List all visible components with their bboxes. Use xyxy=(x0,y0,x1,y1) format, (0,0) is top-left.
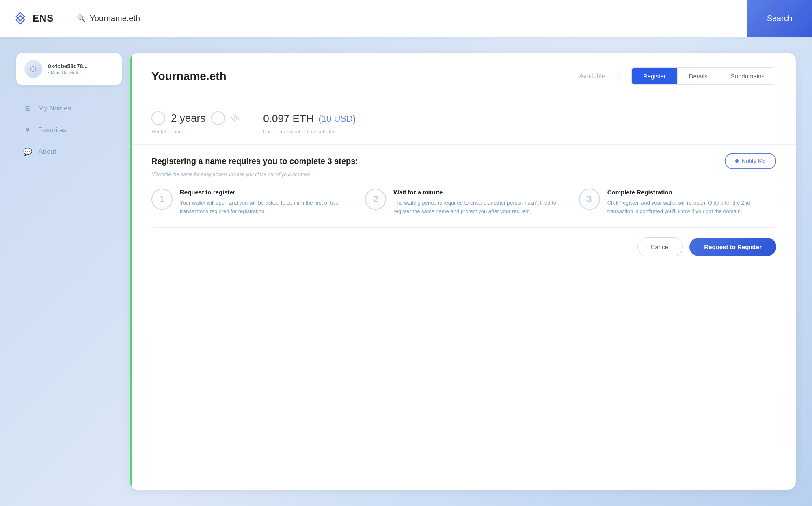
step-number-1: 1 xyxy=(151,189,173,210)
rental-control: − 2 years + ⛓ Rental period xyxy=(151,111,239,135)
step-item-1: 1 Request to register Your wallet will o… xyxy=(151,189,349,216)
notify-me-button[interactable]: Notify Me xyxy=(725,153,776,169)
content-area: Yourname.eth Available ♡ Register Detail… xyxy=(130,53,796,490)
search-button[interactable]: Search xyxy=(747,0,812,37)
my-names-icon: ⊞ xyxy=(23,104,32,113)
step-desc-3: Click 'register' and your wallet will re… xyxy=(607,199,776,216)
step-number-2: 2 xyxy=(365,189,386,210)
tab-subdomains[interactable]: Subdomains xyxy=(719,68,776,84)
link-icon: ⛓ xyxy=(229,112,241,124)
rental-label: Rental period xyxy=(151,129,239,135)
sidebar-item-label-my-names: My Names xyxy=(38,104,71,112)
sidebar-nav: ⊞ My Names ♥ Favorites 💬 About xyxy=(16,98,122,162)
step-title-1: Request to register xyxy=(180,189,349,196)
sidebar-item-label-about: About xyxy=(38,148,56,156)
domain-name: Yourname.eth xyxy=(151,70,571,83)
wallet-network: Main Network xyxy=(48,70,114,75)
tab-buttons: Register Details Subdomains xyxy=(631,67,776,85)
step-content-1: Request to register Your wallet will ope… xyxy=(180,189,349,216)
steps-header: Registering a name requires you to compl… xyxy=(151,153,776,169)
step-content-2: Wait for a minute The waiting period is … xyxy=(393,189,562,216)
sidebar-item-favorites[interactable]: ♥ Favorites xyxy=(16,120,122,140)
request-to-register-button[interactable]: Request to Register xyxy=(689,238,776,256)
steps-grid: 1 Request to register Your wallet will o… xyxy=(151,189,776,216)
wallet-avatar-icon: ⬡ xyxy=(24,60,42,78)
wallet-info: 0x4cbe58c78... Main Network xyxy=(48,63,114,75)
availability-badge: Available xyxy=(579,73,605,80)
step-item-2: 2 Wait for a minute The waiting period i… xyxy=(365,189,562,216)
price-control: 0.097 ETH (10 USD) Price per amount of t… xyxy=(263,112,356,135)
header-divider xyxy=(67,10,67,26)
sidebar-item-label-favorites: Favorites xyxy=(38,126,67,134)
notify-dot-icon xyxy=(735,159,739,163)
step-desc-1: Your wallet will open and you will be as… xyxy=(180,199,349,216)
wallet-card: ⬡ 0x4cbe58c78... Main Network xyxy=(16,53,122,85)
tab-details[interactable]: Details xyxy=(677,68,719,84)
search-icon: 🔍 xyxy=(77,14,86,23)
years-display: 2 years xyxy=(171,112,205,125)
search-input[interactable] xyxy=(90,14,799,23)
step-desc-2: The waiting period is required to ensure… xyxy=(393,199,562,216)
about-icon: 💬 xyxy=(23,147,32,156)
notify-btn-label: Notify Me xyxy=(742,158,766,164)
name-header: Yourname.eth Available ♡ Register Detail… xyxy=(151,67,776,85)
steps-section: Registering a name requires you to compl… xyxy=(151,145,776,219)
step-title-3: Complete Registration xyxy=(607,189,776,196)
eth-price: 0.097 ETH xyxy=(263,112,313,125)
green-bar xyxy=(130,53,132,490)
decrease-years-button[interactable]: − xyxy=(151,111,165,125)
main-container: ⬡ 0x4cbe58c78... Main Network ⊞ My Names… xyxy=(0,37,812,506)
steps-title: Registering a name requires you to compl… xyxy=(151,157,358,166)
step-content-3: Complete Registration Click 'register' a… xyxy=(607,189,776,216)
logo-text: ENS xyxy=(32,13,54,24)
increase-years-button[interactable]: + xyxy=(211,111,225,125)
rental-row: − 2 years + ⛓ xyxy=(151,111,239,125)
price-row: 0.097 ETH (10 USD) xyxy=(263,112,356,125)
step-title-2: Wait for a minute xyxy=(393,189,562,196)
action-row: Cancel Request to Register xyxy=(151,227,776,256)
rental-section: − 2 years + ⛓ Rental period 0.097 ETH (1… xyxy=(151,98,776,144)
logo-area: ENS xyxy=(13,11,54,26)
header: ENS 🔍 Search xyxy=(0,0,812,37)
sidebar-item-my-names[interactable]: ⊞ My Names xyxy=(16,98,122,118)
price-label: Price per amount of time selected xyxy=(263,129,356,135)
wallet-address: 0x4cbe58c78... xyxy=(48,63,114,69)
cancel-button[interactable]: Cancel xyxy=(637,237,683,256)
search-area: 🔍 xyxy=(77,14,799,23)
usd-price: (10 USD) xyxy=(319,114,356,124)
favorites-icon: ♥ xyxy=(23,126,32,134)
content-inner: Yourname.eth Available ♡ Register Detail… xyxy=(132,53,796,271)
step-number-3: 3 xyxy=(579,189,600,210)
step-item-3: 3 Complete Registration Click 'register'… xyxy=(579,189,776,216)
favorite-heart-icon[interactable]: ♡ xyxy=(615,71,623,82)
sidebar-item-about[interactable]: 💬 About xyxy=(16,142,122,162)
tab-register[interactable]: Register xyxy=(632,68,677,84)
ens-logo-icon xyxy=(13,11,28,26)
sidebar: ⬡ 0x4cbe58c78... Main Network ⊞ My Names… xyxy=(16,53,130,490)
favorite-hint: *Favorite the name for easy access in ca… xyxy=(151,172,776,177)
